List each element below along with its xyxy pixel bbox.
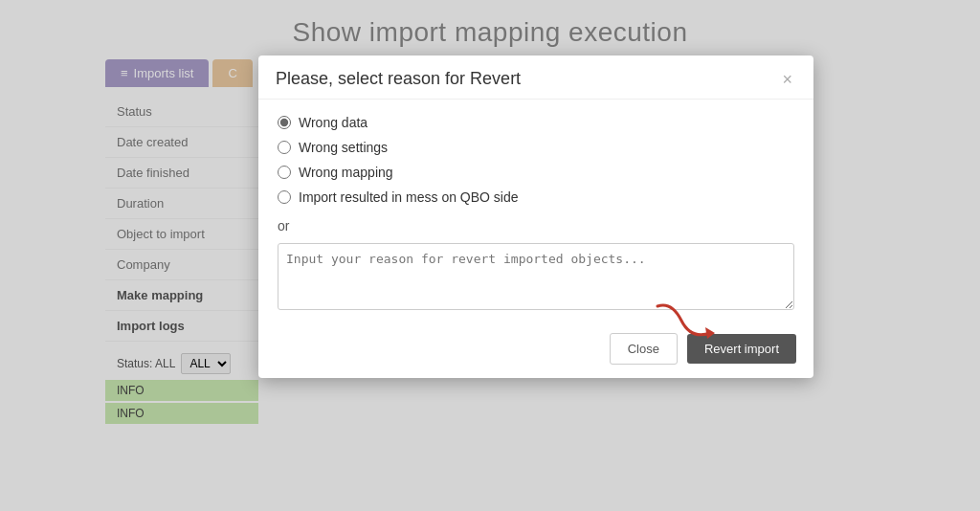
radio-wrong-data-input[interactable] [278, 116, 291, 129]
modal-title: Please, select reason for Revert [276, 69, 521, 89]
radio-group: Wrong data Wrong settings Wrong mapping … [278, 115, 794, 205]
radio-wrong-settings-input[interactable] [278, 141, 291, 154]
radio-wrong-settings-label: Wrong settings [299, 140, 388, 155]
modal-close-button[interactable]: × [778, 71, 796, 88]
revert-modal: Please, select reason for Revert × Wrong… [258, 56, 813, 378]
radio-wrong-settings[interactable]: Wrong settings [278, 140, 794, 155]
radio-wrong-mapping[interactable]: Wrong mapping [278, 165, 794, 180]
radio-wrong-data-label: Wrong data [299, 115, 368, 130]
radio-wrong-mapping-label: Wrong mapping [299, 165, 393, 180]
modal-header: Please, select reason for Revert × [258, 56, 813, 100]
arrow-decoration [653, 297, 729, 344]
radio-import-mess-input[interactable] [278, 190, 291, 204]
modal-footer: Close Revert import [258, 323, 813, 378]
radio-import-mess-label: Import resulted in mess on QBO side [299, 189, 519, 205]
radio-import-mess[interactable]: Import resulted in mess on QBO side [278, 189, 794, 205]
svg-marker-0 [705, 327, 715, 339]
modal-body: Wrong data Wrong settings Wrong mapping … [258, 100, 813, 323]
radio-wrong-data[interactable]: Wrong data [278, 115, 794, 130]
radio-wrong-mapping-input[interactable] [278, 166, 291, 179]
or-label: or [278, 218, 794, 233]
